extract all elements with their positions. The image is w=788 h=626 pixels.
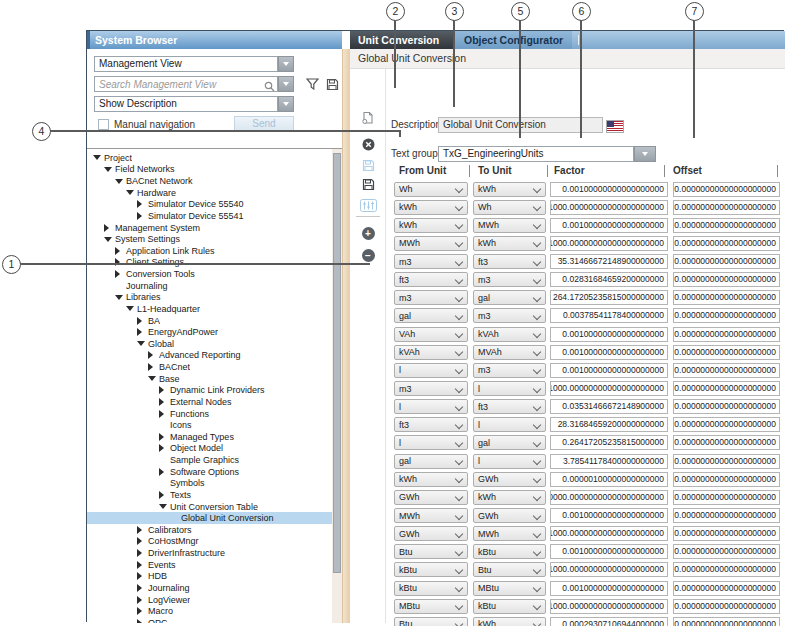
to-unit-dropdown[interactable]: MBtu — [473, 581, 546, 596]
chevron-collapsed-icon[interactable] — [137, 200, 148, 208]
factor-field[interactable]: 0.00100000000000000000 — [550, 363, 668, 378]
to-unit-dropdown[interactable]: m3 — [473, 308, 546, 323]
close-icon[interactable] — [350, 138, 386, 151]
offset-field[interactable]: 0.00000000000000000000 — [673, 508, 780, 523]
column-header-to-unit[interactable]: To Unit — [478, 164, 512, 178]
factor-field[interactable]: 1000000.00000000000000000000 — [550, 490, 668, 505]
tree-item-hardware[interactable]: Hardware — [87, 187, 332, 199]
search-input[interactable] — [94, 76, 278, 92]
factor-field[interactable]: 0.00100000000000000000 — [550, 327, 668, 342]
tree-item-project[interactable]: Project — [87, 152, 332, 164]
tree-item-libraries[interactable]: Libraries — [87, 292, 332, 304]
factor-field[interactable]: 35.31466672148900000000 — [550, 254, 668, 269]
tree-item-hdb[interactable]: HDB — [87, 571, 332, 583]
from-unit-dropdown[interactable]: kBtu — [394, 562, 468, 577]
tree-item-opc[interactable]: OPC — [87, 617, 332, 623]
tree-item-journaling[interactable]: Journaling — [87, 582, 332, 594]
chevron-expanded-icon[interactable] — [115, 179, 126, 184]
tab-object-configurator[interactable]: Object Configurator — [454, 31, 572, 49]
display-mode-dropdown-button[interactable] — [278, 96, 294, 112]
chevron-collapsed-icon[interactable] — [137, 584, 148, 592]
tree-item-l1-headquarter[interactable]: L1-Headquarter — [87, 303, 332, 315]
from-unit-dropdown[interactable]: MWh — [394, 236, 468, 251]
to-unit-dropdown[interactable]: l — [473, 381, 546, 396]
save-search-icon[interactable] — [324, 76, 340, 92]
tree-item-advanced-reporting[interactable]: Advanced Reporting — [87, 350, 332, 362]
chevron-collapsed-icon[interactable] — [159, 491, 170, 499]
chevron-collapsed-icon[interactable] — [159, 433, 170, 441]
factor-field[interactable]: 1000.00000000000000000000 — [550, 200, 668, 215]
offset-field[interactable]: 0.00000000000000000000 — [673, 617, 780, 626]
factor-field[interactable]: 0.02831684659200000000 — [550, 272, 668, 287]
factor-field[interactable]: 0.00000100000000000000 — [550, 472, 668, 487]
panel-splitter[interactable] — [342, 49, 350, 623]
offset-field[interactable]: 0.00000000000000000000 — [673, 399, 780, 414]
factor-field[interactable]: 0.00100000000000000000 — [550, 345, 668, 360]
factor-field[interactable]: 264.17205235815000000000 — [550, 290, 668, 305]
tree-item-dynamic-link-providers[interactable]: Dynamic Link Providers — [87, 385, 332, 397]
chevron-expanded-icon[interactable] — [148, 376, 159, 381]
search-dropdown-button[interactable] — [278, 76, 294, 92]
chevron-collapsed-icon[interactable] — [137, 561, 148, 569]
tab-unit-conversion[interactable]: Unit Conversion — [350, 31, 454, 49]
chevron-collapsed-icon[interactable] — [159, 386, 170, 394]
factor-field[interactable]: 0.00100000000000000000 — [550, 581, 668, 596]
to-unit-dropdown[interactable]: kWh — [473, 236, 546, 251]
tree-item-management-system[interactable]: Management System — [87, 222, 332, 234]
tree-item-global[interactable]: Global — [87, 338, 332, 350]
offset-field[interactable]: 0.00000000000000000000 — [673, 417, 780, 432]
chevron-expanded-icon[interactable] — [104, 167, 115, 172]
factor-field[interactable]: 1000.00000000000000000000 — [550, 236, 668, 251]
offset-field[interactable]: 0.00000000000000000000 — [673, 381, 780, 396]
from-unit-dropdown[interactable]: Btu — [394, 544, 468, 559]
from-unit-dropdown[interactable]: ft3 — [394, 417, 468, 432]
text-group-field[interactable]: TxG_EngineeringUnits — [438, 146, 634, 162]
chevron-collapsed-icon[interactable] — [137, 537, 148, 545]
tree-item-symbols[interactable]: Symbols — [87, 478, 332, 490]
chevron-collapsed-icon[interactable] — [137, 572, 148, 580]
chevron-expanded-icon[interactable] — [159, 504, 170, 509]
offset-field[interactable]: 0.00000000000000000000 — [673, 562, 780, 577]
offset-field[interactable]: 0.00000000000000000000 — [673, 182, 780, 197]
offset-field[interactable]: 0.00000000000000000000 — [673, 581, 780, 596]
from-unit-dropdown[interactable]: gal — [394, 454, 468, 469]
to-unit-dropdown[interactable]: kBtu — [473, 544, 546, 559]
tree-item-object-model[interactable]: Object Model — [87, 443, 332, 455]
to-unit-dropdown[interactable]: ft3 — [473, 399, 546, 414]
from-unit-dropdown[interactable]: MBtu — [394, 599, 468, 614]
chevron-expanded-icon[interactable] — [115, 295, 126, 300]
tree-item-energyandpower[interactable]: EnergyAndPower — [87, 326, 332, 338]
tree-item-conversion-tools[interactable]: Conversion Tools — [87, 268, 332, 280]
chevron-collapsed-icon[interactable] — [159, 410, 170, 418]
chevron-collapsed-icon[interactable] — [137, 549, 148, 557]
tree-item-sample-graphics[interactable]: Sample Graphics — [87, 454, 332, 466]
chevron-collapsed-icon[interactable] — [104, 224, 115, 232]
factor-field[interactable]: 1000.00000000000000000000 — [550, 526, 668, 541]
offset-field[interactable]: 0.00000000000000000000 — [673, 599, 780, 614]
offset-field[interactable]: 0.00000000000000000000 — [673, 363, 780, 378]
chevron-expanded-icon[interactable] — [104, 237, 115, 242]
tree-item-system-settings[interactable]: System Settings — [87, 233, 332, 245]
tree-item-simulator-device-55540[interactable]: Simulator Device 55540 — [87, 199, 332, 211]
offset-field[interactable]: 0.00000000000000000000 — [673, 454, 780, 469]
to-unit-dropdown[interactable]: kVAh — [473, 327, 546, 342]
tree-scrollbar-thumb[interactable] — [333, 153, 341, 573]
from-unit-dropdown[interactable]: kWh — [394, 218, 468, 233]
from-unit-dropdown[interactable]: gal — [394, 308, 468, 323]
tree-item-software-options[interactable]: Software Options — [87, 466, 332, 478]
tree-item-base[interactable]: Base — [87, 373, 332, 385]
to-unit-dropdown[interactable]: kWh — [473, 617, 546, 626]
factor-field[interactable]: 0.00100000000000000000 — [550, 182, 668, 197]
tree-item-cohostmngr[interactable]: CoHostMngr — [87, 536, 332, 548]
tree-item-external-nodes[interactable]: External Nodes — [87, 396, 332, 408]
tree-item-macro[interactable]: Macro — [87, 605, 332, 617]
tree-item-events[interactable]: Events — [87, 559, 332, 571]
tree-item-field-networks[interactable]: Field Networks — [87, 164, 332, 176]
tree-item-ba[interactable]: BA — [87, 315, 332, 327]
factor-field[interactable]: 1000.00000000000000000000 — [550, 562, 668, 577]
chevron-collapsed-icon[interactable] — [159, 468, 170, 476]
offset-field[interactable]: 0.00000000000000000000 — [673, 236, 780, 251]
chevron-collapsed-icon[interactable] — [159, 444, 170, 452]
from-unit-dropdown[interactable]: l — [394, 363, 468, 378]
from-unit-dropdown[interactable]: kBtu — [394, 581, 468, 596]
